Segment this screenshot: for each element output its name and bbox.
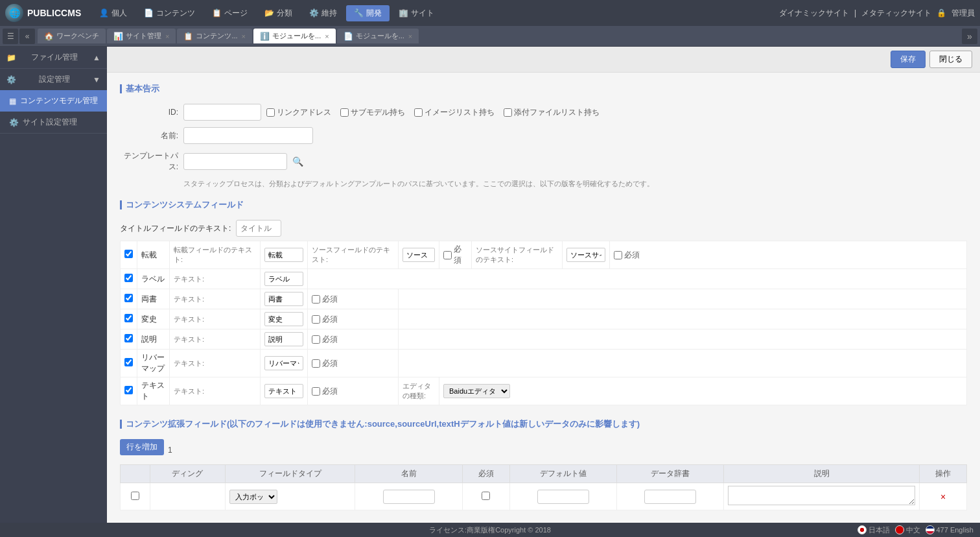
save-button[interactable]: 保存 xyxy=(891,51,926,68)
close-button[interactable]: 閉じる xyxy=(929,51,972,68)
extra-default-input[interactable] xyxy=(537,490,589,504)
lang-en[interactable]: 477 English xyxy=(926,525,974,534)
extra-table-row: 入力ボッ × xyxy=(121,483,967,510)
editor-type-select[interactable]: Baiduエディタ xyxy=(443,384,510,398)
name-input[interactable] xyxy=(183,127,313,144)
extra-row-ding xyxy=(150,483,225,510)
source-required-checkbox[interactable] xyxy=(443,251,452,259)
henshi-required-checkbox[interactable] xyxy=(312,315,320,324)
extra-row-delete-btn[interactable]: × xyxy=(940,492,946,502)
checkbox-attachment-list[interactable]: 添付ファイルリスト持ち xyxy=(504,107,600,118)
footer-license-link[interactable]: 商業版権 xyxy=(467,525,495,535)
nav-item-contents[interactable]: 📄 コンテンツ xyxy=(136,5,203,21)
nav-item-category[interactable]: 📂 分類 xyxy=(257,5,300,21)
sidebar-item-site-settings[interactable]: ⚙️ サイト設定管理 xyxy=(0,112,107,133)
henshi-checkbox[interactable] xyxy=(124,314,133,322)
menu-toggle-btn[interactable]: ☰ xyxy=(3,29,18,44)
field-type-select[interactable]: 入力ボッ xyxy=(229,490,277,504)
source-required-label[interactable]: 必須 xyxy=(443,244,467,266)
nav-item-maintain[interactable]: ⚙️ 維持 xyxy=(301,5,345,21)
tab-module1-close[interactable]: × xyxy=(325,32,329,40)
tab-module2[interactable]: 📄 モジュールを... × xyxy=(337,29,419,43)
admin-link[interactable]: 管理員 xyxy=(951,8,975,19)
tab-site-mgmt[interactable]: 📊 サイト管理 × xyxy=(107,29,176,43)
ryousho-required-checkbox[interactable] xyxy=(312,295,320,304)
tab-module2-close[interactable]: × xyxy=(408,32,412,40)
rivermap-required-checkbox[interactable] xyxy=(312,359,320,368)
extra-row-check[interactable] xyxy=(131,492,139,500)
app-logo[interactable]: 🌐 PUBLICCMS xyxy=(5,4,81,22)
henshi-text-input[interactable] xyxy=(264,312,303,326)
extra-name-input[interactable] xyxy=(383,490,435,504)
id-input[interactable] xyxy=(183,104,261,121)
rivermap-text-input[interactable] xyxy=(264,356,303,370)
submodel-checkbox[interactable] xyxy=(340,108,349,117)
label-checkbox[interactable] xyxy=(124,274,133,282)
tab-content[interactable]: 📋 コンテンツ... × xyxy=(177,29,252,43)
tab-workbench[interactable]: 🏠 ワークベンチ xyxy=(38,29,106,43)
lang-jp[interactable]: 日本語 xyxy=(858,525,890,535)
lock-icon[interactable]: 🔒 xyxy=(937,8,946,18)
transfer-checkbox[interactable] xyxy=(124,250,133,258)
cn-flag-icon xyxy=(895,525,904,534)
nav-item-page[interactable]: 📋 ページ xyxy=(204,5,255,21)
sidebar-section-settings: ⚙️ 設定管理 ▼ ▦ コンテンツモデル管理 ⚙️ サイト設定管理 xyxy=(0,69,107,134)
dynamic-site-link[interactable]: ダイナミックサイト xyxy=(779,8,849,19)
image-list-checkbox[interactable] xyxy=(414,108,423,117)
settings-header-chevron: ▼ xyxy=(93,75,100,84)
module2-tab-icon: 📄 xyxy=(344,32,353,41)
rivermap-checkbox[interactable] xyxy=(124,358,133,366)
tab-module1[interactable]: ℹ️ モジュールを... × xyxy=(253,29,336,43)
template-path-search-icon[interactable]: 🔍 xyxy=(292,156,303,167)
name-label: 名前: xyxy=(120,130,178,141)
text-required-checkbox[interactable] xyxy=(312,387,320,396)
add-row-button[interactable]: 行を増加 xyxy=(120,439,164,455)
checkbox-submodel[interactable]: サブモデル持ち xyxy=(340,107,405,118)
nav-item-dev[interactable]: 🔧 開発 xyxy=(346,5,390,21)
maintain-icon: ⚙️ xyxy=(309,8,319,18)
source-site-required-label[interactable]: 必須 xyxy=(614,250,962,261)
checkbox-image-list[interactable]: イメージリスト持ち xyxy=(414,107,495,118)
source-site-required-checkbox[interactable] xyxy=(614,251,622,259)
setsumei-text-input[interactable] xyxy=(264,332,303,346)
transfer-field-input[interactable] xyxy=(264,248,303,262)
meta-site-link[interactable]: メタティックサイト xyxy=(861,8,931,19)
ryousho-required-label[interactable]: 必須 xyxy=(312,294,394,305)
setsumei-required-label[interactable]: 必須 xyxy=(312,334,394,345)
extra-required-checkbox[interactable] xyxy=(482,492,490,500)
tab-content-close[interactable]: × xyxy=(242,32,246,40)
nav-item-site[interactable]: 🏢 サイト xyxy=(391,5,442,21)
extra-desc-textarea[interactable] xyxy=(728,486,915,505)
sidebar-item-content-model[interactable]: ▦ コンテンツモデル管理 xyxy=(0,90,107,112)
text-checkbox[interactable] xyxy=(124,386,133,394)
setsumei-checkbox[interactable] xyxy=(124,334,133,342)
sidebar: 📁 ファイル管理 ▲ ⚙️ 設定管理 ▼ ▦ コンテンツモデル管理 ⚙️ サイト… xyxy=(0,47,107,523)
text-text-input[interactable] xyxy=(264,384,303,398)
extra-dict-input[interactable] xyxy=(644,490,696,504)
col-check xyxy=(121,465,150,483)
tab-expand-btn[interactable]: » xyxy=(962,29,977,44)
title-field-input[interactable] xyxy=(236,220,281,237)
henshi-required-label[interactable]: 必須 xyxy=(312,314,394,325)
label-text-input[interactable] xyxy=(264,272,303,286)
nav-item-personal[interactable]: 👤 個人 xyxy=(91,5,135,21)
rivermap-required-label[interactable]: 必須 xyxy=(312,358,394,369)
tab-site-mgmt-close[interactable]: × xyxy=(165,32,169,40)
setsumei-required-checkbox[interactable] xyxy=(312,335,320,344)
tab-prev-btn[interactable]: « xyxy=(19,29,35,44)
footer-copyright: Copyright © 2018 xyxy=(495,526,551,534)
link-address-checkbox[interactable] xyxy=(266,108,275,117)
ryousho-text-input[interactable] xyxy=(264,292,303,306)
editor-type-label: エディタの種類: xyxy=(402,382,431,400)
template-path-input[interactable] xyxy=(183,153,287,170)
lang-cn[interactable]: 中文 xyxy=(895,525,920,535)
sidebar-files-header[interactable]: 📁 ファイル管理 ▲ xyxy=(0,47,107,68)
sidebar-settings-header[interactable]: ⚙️ 設定管理 ▼ xyxy=(0,69,107,90)
source-site-field-input[interactable] xyxy=(566,248,605,262)
checkbox-link-address[interactable]: リンクアドレス xyxy=(266,107,331,118)
source-field-input[interactable] xyxy=(402,248,435,262)
ryousho-checkbox[interactable] xyxy=(124,294,133,302)
field-row-label: ラベル テキスト: xyxy=(121,269,967,289)
attachment-list-checkbox[interactable] xyxy=(504,108,512,117)
text-required-label[interactable]: 必須 xyxy=(312,386,394,397)
